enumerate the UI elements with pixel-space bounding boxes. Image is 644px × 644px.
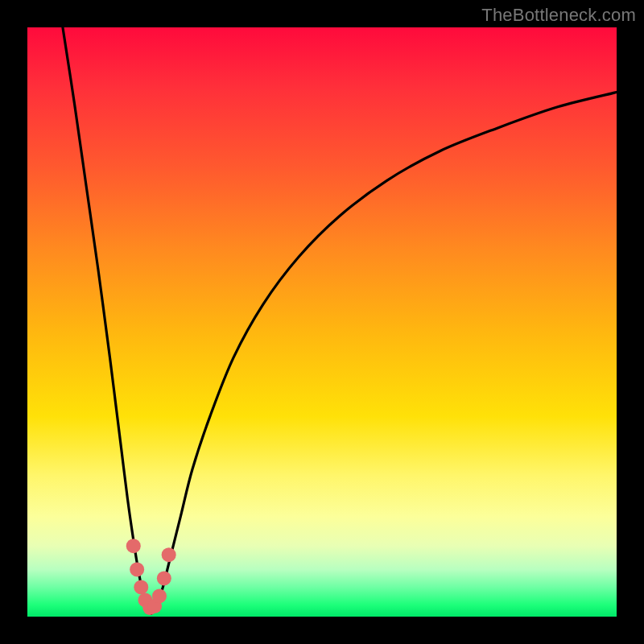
watermark-text: TheBottleneck.com — [481, 5, 636, 26]
plot-area — [27, 27, 617, 617]
curve-right-branch — [151, 93, 617, 614]
chart-frame: TheBottleneck.com — [0, 0, 644, 644]
highlight-dot — [152, 588, 167, 603]
curve-left-branch — [63, 27, 151, 613]
highlight-dot — [130, 562, 144, 576]
highlight-dot — [157, 571, 171, 585]
highlight-dot — [134, 580, 148, 594]
curve-layer — [27, 27, 617, 617]
highlight-dots — [126, 539, 176, 615]
highlight-dot — [162, 547, 176, 562]
highlight-dot — [126, 539, 141, 553]
